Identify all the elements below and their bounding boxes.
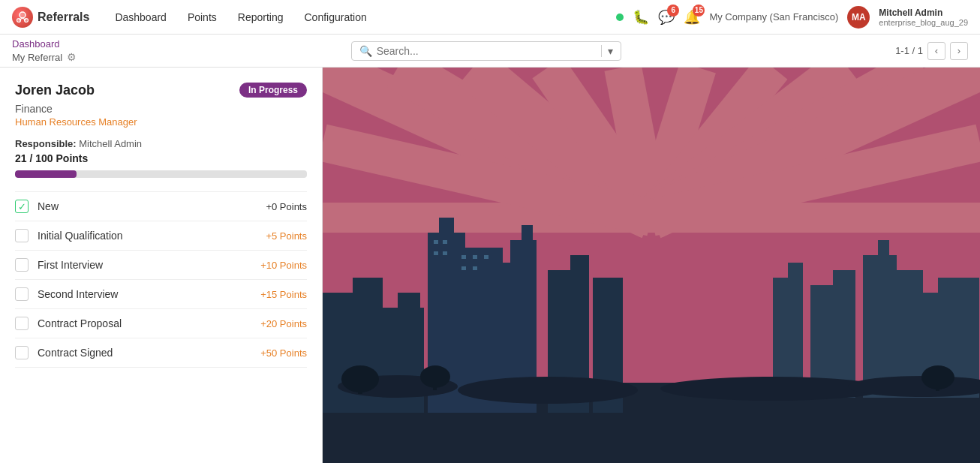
svg-rect-48 xyxy=(473,255,477,259)
prev-page-button[interactable]: ‹ xyxy=(927,42,945,60)
nav-dashboard[interactable]: Dashboard xyxy=(104,0,177,35)
stage-checkbox[interactable] xyxy=(15,317,29,330)
progress-bar-fill xyxy=(15,170,77,178)
main-content: Joren Jacob In Progress Finance Human Re… xyxy=(0,68,980,463)
stage-name: First Interview xyxy=(38,259,251,271)
nav-links: Dashboard Points Reporting Configuration xyxy=(104,0,377,35)
user-slug: enterprise_blog_aug_29 xyxy=(879,18,968,27)
referral-card-panel: Joren Jacob In Progress Finance Human Re… xyxy=(0,68,323,463)
stage-name: New xyxy=(38,200,257,212)
background-scene xyxy=(323,68,980,463)
logo-icon xyxy=(12,7,33,28)
svg-rect-59 xyxy=(433,377,437,390)
svg-point-0 xyxy=(20,12,26,18)
stage-points: +10 Points xyxy=(260,260,307,271)
search-input[interactable] xyxy=(377,45,601,57)
user-name: Mitchell Admin xyxy=(879,8,968,18)
search-icon: 🔍 xyxy=(359,45,372,57)
bug-icon-button[interactable]: 🐛 xyxy=(633,9,649,26)
user-avatar[interactable]: MA xyxy=(847,6,870,29)
svg-rect-50 xyxy=(461,266,466,270)
stage-name: Second Interview xyxy=(38,288,251,300)
nav-configuration[interactable]: Configuration xyxy=(294,0,377,35)
responsible-row: Responsible: Mitchell Admin xyxy=(15,138,307,149)
svg-rect-51 xyxy=(473,266,477,270)
breadcrumbs: Dashboard My Referral ⚙ xyxy=(12,38,77,63)
svg-rect-47 xyxy=(461,255,466,259)
user-info: Mitchell Admin enterprise_blog_aug_29 xyxy=(879,8,968,27)
svg-rect-57 xyxy=(358,379,362,394)
nav-right: 🐛 💬 6 🔔 15 My Company (San Francisco) MA… xyxy=(616,6,968,29)
svg-rect-49 xyxy=(484,255,488,259)
stage-checkbox[interactable] xyxy=(15,258,29,272)
candidate-job-title: Human Resources Manager xyxy=(15,116,307,128)
stage-row[interactable]: Contract Proposal+20 Points xyxy=(15,309,307,338)
nav-points[interactable]: Points xyxy=(177,0,227,35)
stage-points: +50 Points xyxy=(260,347,307,359)
next-page-button[interactable]: › xyxy=(950,42,968,60)
stage-name: Contract Signed xyxy=(38,347,251,359)
stages-list: ✓New+0 PointsInitial Qualification+5 Poi… xyxy=(15,191,307,368)
stage-row[interactable]: Contract Signed+50 Points xyxy=(15,338,307,368)
responsible-label: Responsible: xyxy=(15,138,77,149)
settings-gear-icon[interactable]: ⚙ xyxy=(67,51,77,63)
app-logo[interactable]: Referrals xyxy=(12,7,89,28)
stage-row[interactable]: First Interview+10 Points xyxy=(15,251,307,280)
svg-rect-26 xyxy=(878,240,889,398)
stage-row[interactable]: Initial Qualification+5 Points xyxy=(15,221,307,251)
stage-row[interactable]: ✓New+0 Points xyxy=(15,192,307,221)
messages-icon-button[interactable]: 💬 6 xyxy=(658,9,675,26)
card-header: Joren Jacob In Progress xyxy=(15,83,307,98)
svg-rect-44 xyxy=(443,240,447,244)
breadcrumb-dashboard[interactable]: Dashboard xyxy=(12,38,77,50)
stage-checkbox[interactable] xyxy=(15,346,29,359)
alerts-icon-button[interactable]: 🔔 15 xyxy=(684,9,700,26)
search-bar: 🔍 ▾ xyxy=(351,41,621,61)
company-name: My Company (San Francisco) xyxy=(709,11,838,23)
stage-row[interactable]: Second Interview+15 Points xyxy=(15,280,307,309)
top-navigation: Referrals Dashboard Points Reporting Con… xyxy=(0,0,980,35)
stage-checkbox[interactable] xyxy=(15,287,29,301)
stage-name: Contract Proposal xyxy=(38,317,251,329)
svg-rect-24 xyxy=(833,270,855,398)
points-label: 21 / 100 Points xyxy=(15,152,307,164)
stage-points: +0 Points xyxy=(266,201,307,212)
svg-rect-45 xyxy=(434,251,438,255)
candidate-department: Finance xyxy=(15,103,307,115)
breadcrumb-current: My Referral xyxy=(12,52,62,63)
messages-badge: 6 xyxy=(667,5,679,17)
status-badge: In Progress xyxy=(239,83,307,98)
stage-name: Initial Qualification xyxy=(38,230,257,242)
stage-points: +5 Points xyxy=(266,230,307,242)
pagination-text: 1-1 / 1 xyxy=(895,45,923,56)
progress-bar-container xyxy=(15,170,307,178)
alerts-badge: 15 xyxy=(693,5,705,17)
responsible-name: Mitchell Admin xyxy=(79,138,142,149)
svg-rect-43 xyxy=(434,240,438,244)
breadcrumb-bar: Dashboard My Referral ⚙ 🔍 ▾ 1-1 / 1 ‹ › xyxy=(0,35,980,68)
candidate-name: Joren Jacob xyxy=(15,83,95,98)
pagination: 1-1 / 1 ‹ › xyxy=(895,42,968,60)
svg-rect-46 xyxy=(443,251,447,255)
stage-points: +15 Points xyxy=(260,289,307,300)
breadcrumb-row: My Referral ⚙ xyxy=(12,51,77,63)
stage-checkbox[interactable] xyxy=(15,229,29,242)
search-dropdown-button[interactable]: ▾ xyxy=(601,45,613,57)
stage-points: +20 Points xyxy=(260,318,307,329)
svg-point-53 xyxy=(458,377,638,404)
nav-reporting[interactable]: Reporting xyxy=(227,0,294,35)
stage-checkbox[interactable]: ✓ xyxy=(15,200,29,213)
online-status-dot xyxy=(616,14,624,21)
svg-rect-61 xyxy=(936,377,939,391)
